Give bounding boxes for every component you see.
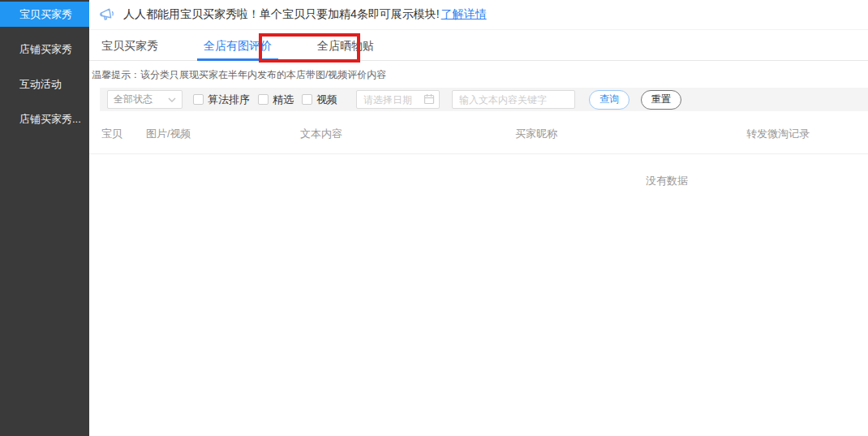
hint-text: 温馨提示：该分类只展现买家在半年内发布的本店带图/视频评价内容: [92, 68, 868, 82]
checkbox-featured[interactable]: 精选: [258, 93, 294, 107]
keyword-input-wrap: [452, 90, 575, 109]
column-header-text-content: 文本内容: [300, 127, 515, 141]
status-select-value: 全部状态: [114, 93, 153, 106]
table-header: 宝贝 图片/视频 文本内容 买家昵称 转发微淘记录: [89, 111, 868, 154]
tab-item-buyer-show[interactable]: 宝贝买家秀: [101, 30, 158, 61]
date-input-wrap: [356, 90, 440, 109]
banner-text: 人人都能用宝贝买家秀啦！单个宝贝只要加精4条即可展示模块!: [123, 7, 440, 22]
column-header-buyer-nickname: 买家昵称: [515, 127, 746, 141]
column-header-weitao-repost: 转发微淘记录: [746, 127, 868, 141]
date-input[interactable]: [356, 90, 440, 109]
column-header-media: 图片/视频: [146, 127, 300, 141]
column-header-item: 宝贝: [101, 127, 146, 141]
checkbox-label: 精选: [273, 93, 294, 107]
checkbox-video[interactable]: 视频: [302, 93, 337, 107]
checkbox-label: 算法排序: [208, 93, 250, 107]
buyer-show-admin-page: 宝贝买家秀 店铺买家秀 互动活动 店铺买家秀... 人人都能用宝贝买家秀啦！单个…: [0, 0, 868, 436]
chevron-down-icon: [168, 97, 176, 102]
checkbox-box[interactable]: [302, 94, 312, 105]
checkbox-label: 视频: [316, 93, 337, 107]
checkbox-box[interactable]: [193, 94, 204, 105]
keyword-input[interactable]: [452, 90, 575, 109]
sidebar-item-item-buyer-show[interactable]: 宝贝买家秀: [0, 2, 89, 27]
megaphone-icon: [99, 6, 115, 23]
empty-state-text: 没有数据: [89, 154, 868, 188]
sidebar-item-shop-buyer-show-more[interactable]: 店铺买家秀...: [0, 106, 89, 132]
notice-banner: 人人都能用宝贝买家秀啦！单个宝贝只要加精4条即可展示模块! 了解详情: [89, 0, 868, 30]
sidebar-item-interactive-activity[interactable]: 互动活动: [0, 71, 89, 97]
tab-shop-share-posts[interactable]: 全店晒物贴: [317, 30, 374, 61]
sidebar: 宝贝买家秀 店铺买家秀 互动活动 店铺买家秀...: [0, 0, 89, 436]
query-button[interactable]: 查询: [589, 90, 630, 110]
tab-bar: 宝贝买家秀 全店有图评价 全店晒物贴: [89, 30, 868, 61]
banner-detail-link[interactable]: 了解详情: [441, 7, 487, 22]
checkbox-algorithm-sort[interactable]: 算法排序: [193, 93, 250, 107]
status-select[interactable]: 全部状态: [107, 90, 183, 109]
tab-shop-photo-reviews[interactable]: 全店有图评价: [204, 30, 272, 61]
reset-button[interactable]: 重置: [641, 90, 681, 110]
main-content: 人人都能用宝贝买家秀啦！单个宝贝只要加精4条即可展示模块! 了解详情 宝贝买家秀…: [89, 0, 868, 436]
checkbox-box[interactable]: [258, 94, 269, 105]
filter-bar: 全部状态 算法排序 精选 视频: [100, 88, 868, 111]
sidebar-item-shop-buyer-show[interactable]: 店铺买家秀: [0, 37, 89, 62]
